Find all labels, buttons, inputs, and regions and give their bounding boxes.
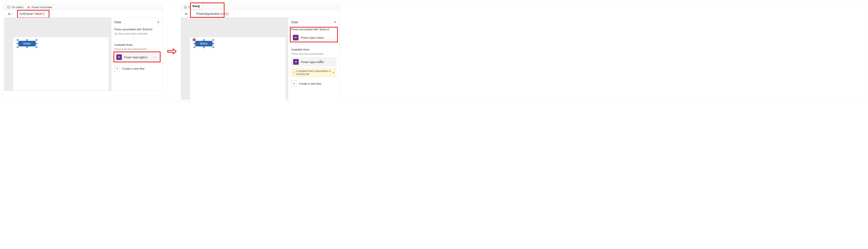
selected-button[interactable]: ✕ ⌄ Button [194, 40, 213, 47]
resize-handle[interactable] [17, 43, 19, 45]
fx-label[interactable]: fx ⌄ [4, 10, 17, 18]
data-panel: Data ✕ Flows associated with 'Button1' P… [288, 18, 339, 104]
flow-item[interactable]: Power Apps button ··· [291, 57, 337, 66]
resize-handle[interactable] [26, 47, 28, 48]
available-flows-title: Available flows [291, 48, 337, 51]
resize-handle[interactable] [36, 39, 37, 41]
command-bar: On select Power Automate [4, 4, 163, 10]
flow-icon [293, 35, 299, 40]
create-flow-button[interactable]: + Create a new flow [114, 66, 160, 71]
resize-handle[interactable] [212, 47, 214, 48]
resize-handle[interactable] [26, 39, 28, 41]
resize-handle[interactable] [193, 47, 195, 48]
divider [114, 40, 160, 40]
resize-handle[interactable] [36, 43, 37, 45]
plus-icon: + [114, 66, 120, 71]
power-automate-label: Power Automate [32, 6, 52, 9]
data-panel: Data ✕ Flows associated with 'Button1' N… [111, 18, 163, 91]
selected-button[interactable]: Button [18, 40, 36, 47]
flow-name: Power Apps button [124, 56, 150, 59]
chevron-down-icon: ⌄ [196, 37, 198, 40]
signature-tooltip: Run() [190, 3, 202, 9]
create-flow-label: Create a new flow [122, 67, 145, 70]
warning-bar: i Complete flow's parameters in formula … [291, 68, 337, 77]
formula-input[interactable]: Set(myvar,"Value") [17, 10, 163, 18]
flow-name: Power Apps button [301, 36, 326, 39]
power-automate-icon [27, 6, 30, 9]
fx-label[interactable]: fx ⌄ [181, 10, 194, 18]
resize-handle[interactable] [212, 43, 214, 45]
formula-input[interactable]: PowerAppsbutton.Run( [194, 10, 339, 18]
resize-handle[interactable] [36, 47, 37, 48]
formula-bar: fx ⌄ Set(myvar,"Value") [4, 10, 163, 18]
create-flow-button[interactable]: + Create a new flow [291, 81, 337, 86]
flow-icon [116, 54, 122, 60]
chevron-down-icon: ⌄ [11, 13, 13, 15]
cursor-icon [140, 56, 143, 60]
plus-icon: + [291, 81, 297, 86]
resize-handle[interactable] [17, 47, 19, 48]
flow-name: Power Apps button [301, 60, 327, 63]
arrow-icon [167, 48, 177, 55]
close-icon[interactable]: ✕ [334, 20, 337, 24]
more-icon[interactable]: ··· [328, 35, 335, 40]
command-bar: On [181, 4, 339, 10]
available-flows-title: Available flows [114, 43, 160, 47]
on-select-label: On select [11, 6, 23, 9]
button-control[interactable]: Button [195, 41, 212, 47]
formula-bar: fx ⌄ PowerAppsbutton.Run( Run() [181, 10, 339, 18]
resize-handle[interactable] [203, 47, 205, 48]
resize-handle[interactable] [193, 43, 195, 45]
more-icon[interactable]: ··· [329, 60, 335, 63]
more-icon[interactable]: ··· [152, 55, 158, 59]
assoc-flows-empty: No flows have been selected. [114, 32, 160, 35]
editor-pane-after: On fx ⌄ PowerAppsbutton.Run( Run() ⌄ ✕ ⌄… [181, 4, 340, 100]
close-icon[interactable]: ✕ [332, 71, 335, 74]
resize-handle[interactable] [193, 39, 195, 41]
data-panel-title: Data [291, 20, 298, 24]
on-select-icon [184, 6, 187, 9]
assoc-flow-item[interactable]: Power Apps button ··· [291, 33, 337, 42]
chevron-down-icon: ⌄ [188, 13, 190, 15]
flow-icon [293, 59, 299, 65]
button-control[interactable]: Button [19, 41, 36, 47]
assoc-flows-title: Flows associated with 'Button1' [114, 28, 160, 31]
cursor-icon [319, 59, 322, 63]
power-automate-item[interactable]: Power Automate [27, 6, 52, 9]
warning-text: Complete flow's parameters in formula ba… [296, 70, 331, 76]
available-flows-sub: Flows from this environment [114, 48, 160, 51]
canvas-area: ⌄ Button Data ✕ Flows associated with 'B… [4, 18, 163, 91]
canvas-area: ⌄ ✕ ⌄ Button Data ✕ Flow [181, 18, 339, 99]
available-flows-sub: Flows from this environment [291, 52, 337, 55]
on-select-icon [7, 6, 10, 9]
chevron-down-icon: ⌄ [14, 38, 16, 41]
create-flow-label: Create a new flow [299, 82, 321, 85]
info-icon: i [293, 71, 295, 74]
resize-handle[interactable] [17, 39, 19, 41]
on-select-item[interactable]: On select [7, 6, 23, 9]
divider [291, 45, 337, 45]
svg-rect-0 [7, 6, 10, 8]
flow-item[interactable]: Power Apps button ··· [114, 52, 160, 62]
close-icon[interactable]: ✕ [157, 20, 160, 24]
svg-rect-1 [184, 6, 187, 8]
resize-handle[interactable] [203, 39, 205, 41]
assoc-flows-title: Flows associated with 'Button1' [291, 28, 337, 31]
editor-pane-before: On select Power Automate fx ⌄ Set(myvar,… [4, 4, 163, 91]
resize-handle[interactable] [212, 39, 214, 41]
data-panel-title: Data [114, 20, 121, 24]
